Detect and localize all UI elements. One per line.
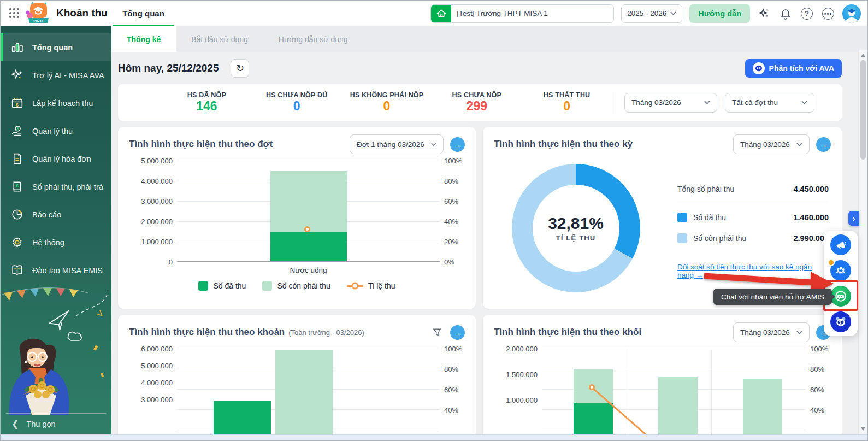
divider	[677, 203, 829, 203]
bar-so-con-phai-thu	[275, 350, 333, 441]
sidebar-item-quan-ly-thu[interactable]: $Quản lý thu	[1, 117, 111, 145]
sidebar-item-bao-cao[interactable]: Báo cáo	[1, 201, 111, 228]
stat-label: HS CHƯA NỘP ĐỦ	[252, 91, 342, 99]
legend-label: Số còn phải thu	[277, 281, 330, 290]
analyze-ava-button[interactable]: Phân tích với AVA	[745, 59, 842, 78]
stats-month-select[interactable]: Tháng 03/2026	[624, 93, 717, 113]
stat-hs-chua-nop: HS CHƯA NỘP299	[432, 91, 522, 113]
support-widget-panel	[824, 231, 858, 336]
go-detail-icon[interactable]: →	[816, 137, 831, 152]
book-icon	[10, 263, 24, 278]
stat-value: 0	[252, 99, 342, 113]
scroll-up-icon[interactable]	[859, 51, 867, 60]
sidebar-item-label: Quản lý thu	[32, 127, 73, 136]
support-group-icon[interactable]	[830, 260, 851, 281]
row-label: Tổng số phải thu	[677, 185, 734, 193]
card-subtitle: (Toàn trường - 03/2026)	[288, 328, 364, 337]
collection-rate-label: TỈ LỆ THU	[556, 234, 596, 242]
row-value: 4.450.000	[793, 185, 829, 193]
sidebar-item-label: Trợ lý AI - MISA AVA	[32, 71, 104, 80]
summary-row-so-da-thu: Số đã thu1.460.000	[677, 207, 829, 228]
chart-card-by-fee: Tình hình thực hiện thu theo khoản(Toàn …	[118, 315, 476, 441]
help-icon[interactable]: ?	[800, 7, 814, 21]
school-input[interactable]	[451, 9, 613, 17]
pie-chart-icon	[10, 208, 24, 222]
stat-value: 299	[432, 99, 522, 113]
school-year-select[interactable]: 2025 - 2026	[621, 4, 682, 23]
stat-label: HS CHƯA NỘP	[432, 91, 522, 99]
sidebar-collapse-button[interactable]: ❮ Thu gọn	[6, 413, 106, 434]
chart-card-by-batch: Tình hình thực hiện thu theo đợt Đợt 1 t…	[118, 127, 476, 309]
period-month-select[interactable]: Tháng 03/2026	[733, 134, 810, 154]
sidebar-item-lap-ke-hoach-thu[interactable]: $Lập kế hoạch thu	[1, 89, 111, 117]
stat-hs-da-nop: HS ĐÃ NỘP146	[162, 91, 252, 113]
batch-select[interactable]: Đợt 1 tháng 03/2026	[350, 134, 444, 154]
side-panel-expand-tab[interactable]: ›	[848, 211, 859, 226]
app-grid-icon[interactable]	[5, 4, 23, 22]
card-title: Tình hình thực hiện thu theo kỳ	[494, 139, 633, 150]
tab-huong-dan-su-dung[interactable]: Hướng dẫn sử dụng	[263, 26, 363, 52]
bank-reconcile-link[interactable]: Đối soát số tiền thực thu với sao kê ngâ…	[677, 263, 829, 279]
home-icon[interactable]	[431, 4, 451, 23]
sidebar-item-tong-quan[interactable]: Tổng quan	[1, 33, 111, 61]
chat-support-tooltip: Chat với nhân viên hỗ trợ AMIS	[713, 289, 832, 305]
guide-button[interactable]: Hướng dẫn	[689, 4, 750, 23]
go-detail-icon[interactable]: →	[450, 325, 465, 340]
refresh-icon[interactable]: ↻	[231, 59, 249, 78]
topnav-overview[interactable]: Tổng quan	[111, 1, 175, 26]
axis-tick: 100%	[810, 345, 828, 353]
sidebar-item-tro-ly-ai-misa-ava[interactable]: Trợ lý AI - MISA AVA	[1, 61, 111, 89]
axis-tick: 0%	[444, 258, 454, 266]
app-window: 20-11 Khoản thu Tổng quan 2025 - 2026 Hư…	[0, 0, 868, 441]
sidebar-illustration	[1, 281, 111, 415]
megaphone-icon[interactable]	[830, 234, 851, 255]
sidebar-item-he-thong[interactable]: Hệ thống	[1, 228, 111, 256]
ava-panda-icon[interactable]	[830, 311, 851, 332]
legend-so-con-phai-thu: Số còn phải thu	[262, 281, 330, 291]
x-axis-category: Nước uống	[177, 266, 440, 274]
hand-coin-icon: $	[10, 124, 24, 138]
axis-tick: 3.000.000	[141, 396, 173, 404]
chevron-left-icon: ❮	[11, 419, 19, 429]
tab-bat-dau-su-dung[interactable]: Bắt đầu sử dụng	[176, 26, 263, 52]
chart-card-by-grade: Tình hình thực hiện thu theo khối Tháng …	[483, 315, 842, 441]
sidebar-item-quan-ly-hoa-don[interactable]: Quản lý hóa đơn	[1, 145, 111, 173]
rate-marker	[304, 226, 310, 232]
summary-row-so-con-phai-thu: Số còn phải thu2.990.000	[677, 228, 829, 249]
more-options-icon[interactable]: •••	[821, 7, 835, 21]
stat-hs-chua-nop-du: HS CHƯA NỘP ĐỦ0	[252, 91, 342, 113]
sidebar-item-label: Quản lý hóa đơn	[32, 155, 91, 163]
filter-funnel-icon[interactable]	[430, 326, 444, 339]
tab-thong-ke[interactable]: Thống kê	[111, 26, 176, 52]
invoice-icon	[10, 152, 24, 166]
axis-tick: 60%	[444, 386, 458, 394]
sidebar-item-so-phai-thu-phai-tra[interactable]: $Sổ phải thu, phải trả	[1, 173, 111, 201]
axis-tick: 5.000.000	[141, 362, 173, 370]
sidebar-item-label: Báo cáo	[32, 210, 61, 219]
row-swatch	[677, 233, 687, 243]
collapse-label: Thu gọn	[26, 420, 55, 428]
axis-tick: 100%	[444, 345, 462, 353]
stats-batch-select[interactable]: Tất cả đợt thu	[725, 93, 814, 113]
axis-tick: 20%	[444, 238, 458, 246]
go-detail-icon[interactable]: →	[450, 137, 465, 152]
donut-chart: 32,81% TỈ LỆ THU	[512, 164, 640, 292]
ai-sparkle-icon[interactable]	[757, 7, 771, 21]
gear-icon	[10, 236, 24, 250]
axis-tick: 1.500.000	[506, 371, 538, 379]
axis-tick: 60%	[444, 197, 458, 205]
user-avatar[interactable]	[842, 4, 861, 23]
grade-month-select[interactable]: Tháng 03/2026	[733, 322, 810, 342]
axis-tick: 100%	[444, 157, 462, 165]
page-scrollbar[interactable]	[858, 50, 867, 434]
sidebar-item-label: Đào tạo MISA EMIS	[32, 266, 103, 275]
stat-value: 0	[342, 99, 432, 113]
svg-text:$: $	[16, 102, 19, 108]
stacked-bar-chart	[177, 161, 440, 262]
scroll-down-icon[interactable]	[859, 425, 867, 433]
axis-tick: 80%	[444, 177, 458, 185]
sidebar-item-dao-tao-misa-emis[interactable]: Đào tạo MISA EMIS	[1, 256, 111, 284]
scrollbar-thumb[interactable]	[860, 60, 866, 160]
axis-tick: 0	[169, 258, 173, 266]
notifications-bell-icon[interactable]	[778, 7, 793, 21]
